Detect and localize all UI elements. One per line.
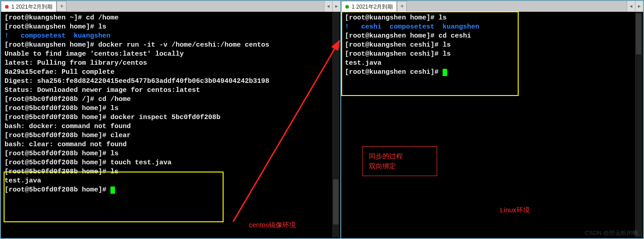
- tab-bar-right: 1 2021年2月到期 + ◄ ►: [341, 1, 643, 12]
- right-terminal-output[interactable]: [root@kuangshen home]# ls! ceshi compose…: [341, 12, 643, 238]
- tab-nav-right-icon[interactable]: ►: [635, 1, 643, 12]
- terminal-line: [root@kuangshen ceshi]# ls: [345, 41, 639, 50]
- tab-status-dot-icon: [5, 5, 9, 9]
- right-scrollbar-thumb[interactable]: [636, 14, 641, 54]
- cursor-icon: [110, 186, 115, 194]
- terminal-line: 8a29a15cefae: Pull complete: [5, 68, 337, 77]
- tab-nav-right-icon[interactable]: ►: [332, 1, 340, 12]
- terminal-line: test.java: [5, 177, 337, 186]
- cursor-icon: [443, 69, 447, 76]
- terminal-line: [root@5bc0fd0f208b home]# ls: [5, 167, 337, 177]
- left-scrollbar[interactable]: [332, 12, 339, 237]
- tab-nav-arrows: ◄ ►: [627, 1, 643, 12]
- new-tab-button[interactable]: +: [397, 1, 407, 12]
- tab-nav-arrows: ◄ ►: [324, 1, 340, 12]
- terminal-line: [root@5bc0fd0f208b /]# cd /home: [5, 95, 337, 104]
- new-tab-button[interactable]: +: [57, 1, 67, 12]
- terminal-line: [root@5bc0fd0f208b home]# ls: [5, 149, 337, 158]
- tab-status-dot-icon: [345, 5, 349, 9]
- right-terminal-pane: 1 2021年2月到期 + ◄ ► [root@kuangshen home]#…: [340, 0, 644, 239]
- terminal-line: bash: clear: command not found: [5, 140, 337, 149]
- terminal-line: [root@kuangshen home]# cd ceshi: [345, 32, 639, 41]
- tab-bar-left: 1 2021年2月到期 + ◄ ►: [1, 1, 340, 12]
- terminal-line: Digest: sha256:fe8d824220415eed5477b63ad…: [5, 77, 337, 86]
- tab-nav-left-icon[interactable]: ◄: [627, 1, 635, 12]
- right-scrollbar[interactable]: [635, 12, 642, 237]
- terminal-line: Status: Downloaded newer image for cento…: [5, 86, 337, 95]
- terminal-line: Unable to find image 'centos:latest' loc…: [5, 50, 337, 59]
- tab-nav-left-icon[interactable]: ◄: [324, 1, 332, 12]
- terminal-line: ! composetest kuangshen: [5, 32, 337, 41]
- left-terminal-pane: 1 2021年2月到期 + ◄ ► [root@kuangshen ~]# cd…: [0, 0, 340, 239]
- tab-right[interactable]: 1 2021年2月到期: [341, 1, 397, 12]
- terminal-line: [root@kuangshen home]# ls: [5, 23, 337, 32]
- terminal-line: [root@kuangshen home]# ls: [345, 14, 639, 23]
- terminal-line: [root@5bc0fd0f208b home]#: [5, 186, 337, 195]
- terminal-line: [root@kuangshen ~]# cd /home: [5, 14, 337, 23]
- terminal-line: [root@5bc0fd0f208b home]# touch test.jav…: [5, 158, 337, 167]
- annotation-box: 同步的过程 双向绑定: [362, 146, 437, 176]
- terminal-line: [root@kuangshen home]# docker run -it -v…: [5, 41, 337, 50]
- annotation-linux: Linux环境: [500, 206, 530, 215]
- terminal-line: [root@kuangshen ceshi]#: [345, 68, 639, 77]
- tab-label: 1 2021年2月到期: [11, 3, 52, 11]
- terminal-line: test.java: [345, 59, 639, 68]
- terminal-line: [root@5bc0fd0f208b home]# clear: [5, 131, 337, 140]
- terminal-line: latest: Pulling from library/centos: [5, 59, 337, 68]
- terminal-line: bash: docker: command not found: [5, 122, 337, 131]
- terminal-line: ! ceshi composetest kuangshen: [345, 23, 639, 32]
- annotation-box-line1: 同步的过程: [369, 151, 430, 161]
- annotation-centos: centos镜像环境: [249, 221, 296, 229]
- terminal-line: [root@5bc0fd0f208b home]# docker inspect…: [5, 113, 337, 122]
- tab-left[interactable]: 1 2021年2月到期: [1, 1, 57, 12]
- terminal-line: [root@kuangshen ceshi]# ls: [345, 50, 639, 59]
- annotation-box-line2: 双向绑定: [369, 161, 430, 171]
- left-scrollbar-thumb[interactable]: [333, 179, 339, 225]
- left-terminal-output[interactable]: [root@kuangshen ~]# cd /home[root@kuangs…: [1, 12, 340, 238]
- tab-label: 1 2021年2月到期: [352, 3, 393, 11]
- terminal-line: [root@5bc0fd0f208b home]# ls: [5, 104, 337, 113]
